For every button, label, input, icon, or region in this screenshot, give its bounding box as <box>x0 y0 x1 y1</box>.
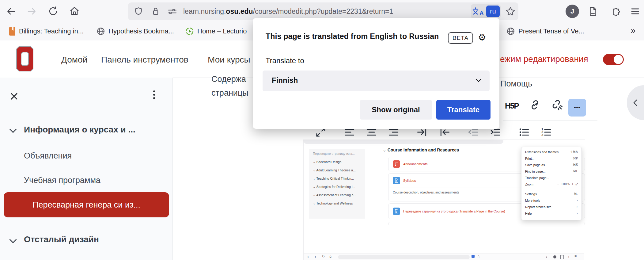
mini-page-icon <box>560 255 564 259</box>
page-heading-line2: страницы <box>211 88 248 98</box>
book-icon <box>8 27 16 36</box>
mini-menu-icon: ≡ <box>574 254 577 258</box>
mini-menu-item: Print...⌘P <box>521 155 581 162</box>
bookmark-item[interactable]: Present Tense of Ve... <box>506 27 584 36</box>
browser-window: learn.nursing.osu.edu/course/modedit.php… <box>0 0 644 260</box>
lock-icon[interactable] <box>151 6 161 16</box>
mini-reload-icon: ↻ <box>322 254 325 258</box>
mini-menu-item: More tools› <box>521 197 581 204</box>
bullet-list-icon[interactable] <box>518 126 530 138</box>
mini-menu-item: Report broken site› <box>521 204 581 210</box>
mini-card-label: Переведите страницу из этого курса (Tran… <box>403 209 505 213</box>
home-icon[interactable] <box>69 6 80 16</box>
sidebar-section-course-info[interactable]: Информация о курсах и ... <box>24 125 135 135</box>
mini-menu-item-zoom: Zoom− 100% + ⤢ <box>521 181 581 187</box>
sidebar-item-syllabus[interactable]: Учебная программа <box>24 176 100 185</box>
mini-browser-menu: Extensions and themes⇧⌘A Print...⌘P Save… <box>521 147 582 220</box>
osu-logo[interactable] <box>16 46 34 72</box>
bookmark-item[interactable]: Home – Lecturio <box>185 27 247 36</box>
popup-title: This page is translated from English to … <box>266 32 439 41</box>
edit-mode-toggle[interactable] <box>603 54 624 65</box>
url-text[interactable]: learn.nursing.osu.edu/course/modedit.php… <box>183 7 393 16</box>
sidebar-item-active[interactable]: Пересварная генера си из... <box>4 192 169 217</box>
edit-mode-label: ежим редактирования <box>500 54 588 64</box>
page-document-icon[interactable] <box>588 6 598 17</box>
url-prefix: learn.nursing. <box>183 7 226 15</box>
url-bar[interactable]: learn.nursing.osu.edu/course/modedit.php… <box>128 2 518 20</box>
svg-text:A: A <box>479 10 484 16</box>
unlink-icon[interactable] <box>551 99 564 111</box>
profile-avatar[interactable]: J <box>566 5 579 18</box>
toolbar-divider <box>503 120 597 120</box>
sidebar-item-announcements[interactable]: Объявления <box>24 151 72 161</box>
close-icon[interactable] <box>10 92 18 101</box>
mini-sidebar-item: ⌄ Adult Learning Theories a... <box>309 166 365 174</box>
translate-chip[interactable]: A ru <box>471 4 501 18</box>
help-label: Помощь <box>500 79 532 89</box>
url-path: /course/modedit.php?update=2231&return=1 <box>253 7 393 15</box>
drawer-toggle-tab[interactable] <box>627 85 644 120</box>
back-icon[interactable] <box>6 6 16 16</box>
page-doc-icon <box>393 208 400 215</box>
mini-menu-item: Help› <box>521 210 581 216</box>
reload-icon[interactable] <box>48 6 58 16</box>
mini-home-icon: ⌂ <box>329 254 331 258</box>
mini-forward-icon: › <box>315 254 316 259</box>
mini-sidebar-item: ⌄ Backward Design <box>309 158 365 166</box>
chevron-left-icon <box>631 97 639 108</box>
mini-sidebar-item: Переведите страницу из э... <box>309 149 365 158</box>
menu-hamburger-icon[interactable] <box>630 7 640 16</box>
mini-avatar <box>553 255 556 258</box>
mini-menu-item: Translate page... <box>521 174 581 181</box>
mini-star-icon: ☆ <box>477 254 480 258</box>
permissions-icon[interactable] <box>167 6 178 16</box>
mini-sidebar-item: ⌄ Teaching Critical Thinkin... <box>309 174 365 182</box>
nav-home[interactable]: Домой <box>61 55 87 65</box>
translate-button[interactable]: Translate <box>436 100 491 120</box>
kebab-menu-icon[interactable] <box>153 90 155 99</box>
shield-icon[interactable] <box>134 6 143 16</box>
announcements-icon <box>393 160 400 168</box>
gear-icon[interactable]: ⚙ <box>478 33 486 42</box>
show-original-button[interactable]: Show original <box>360 100 432 120</box>
language-select[interactable]: Finnish <box>263 71 490 91</box>
chevron-down-icon[interactable] <box>10 127 16 133</box>
panel-divider <box>598 78 598 260</box>
mini-menu-item: Find in page...⌘F <box>521 168 581 174</box>
chevron-down-icon[interactable] <box>10 237 16 243</box>
bookmarks-overflow-chevrons[interactable]: » <box>631 25 636 36</box>
sidebar-section-backward-design[interactable]: Отсталый дизайн <box>24 235 99 244</box>
bookmark-label: Billings: Teaching in... <box>19 27 84 35</box>
mini-card-label: Announcements <box>403 162 428 166</box>
mini-card-label: Syllabus <box>403 179 416 182</box>
mini-bottom-toolbar: ‹ › ↻ ⌂ ☆ ↓ ↑ ≡ <box>304 254 584 260</box>
toggle-knob <box>614 55 623 64</box>
globe-icon <box>506 27 515 36</box>
beta-badge: BETA <box>448 32 473 44</box>
url-domain: osu.edu <box>226 7 253 15</box>
forward-icon[interactable] <box>27 6 37 16</box>
translate-to-label: Translate to <box>266 56 304 65</box>
mini-download-icon: ↓ <box>546 254 547 258</box>
selected-language: Finnish <box>272 76 298 85</box>
link-icon[interactable] <box>529 99 541 111</box>
translate-icon[interactable]: A <box>472 6 486 16</box>
play-icon <box>185 27 194 36</box>
bookmark-item[interactable]: Hypothesis Bookma... <box>96 27 174 36</box>
extensions-puzzle-icon[interactable] <box>610 6 621 17</box>
bookmark-item[interactable]: Billings: Teaching in... <box>8 27 84 36</box>
bookmark-label: Home – Lecturio <box>197 27 247 35</box>
bookmark-label: Hypothesis Bookma... <box>108 27 174 35</box>
nav-dashboard[interactable]: Панель инструментов <box>101 55 188 65</box>
translate-language-badge[interactable]: ru <box>486 6 500 17</box>
nav-my-courses[interactable]: Мои курсы <box>208 55 250 65</box>
bookmark-label: Present Tense of Ve... <box>518 27 584 35</box>
mini-menu-item: Save page as...⌘S <box>521 162 581 168</box>
h5p-button[interactable]: H5P <box>505 101 519 111</box>
bookmark-star-icon[interactable] <box>505 6 516 17</box>
toolbar-more-button[interactable]: ••• <box>568 99 586 117</box>
numbered-list-icon[interactable]: 123 <box>540 126 552 138</box>
mini-back-icon: ‹ <box>307 254 309 259</box>
mini-sidebar: Переведите страницу из э... ⌄ Backward D… <box>309 149 365 219</box>
page-heading-line1: Содержа <box>211 75 246 84</box>
